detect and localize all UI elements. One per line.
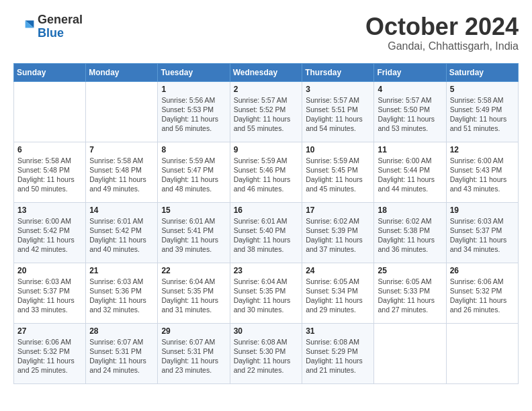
calendar-cell: 22Sunrise: 6:04 AM Sunset: 5:35 PM Dayli… <box>158 263 230 323</box>
day-number: 8 <box>161 145 226 154</box>
day-info: Sunrise: 6:08 AM Sunset: 5:30 PM Dayligh… <box>234 337 299 375</box>
day-info: Sunrise: 6:06 AM Sunset: 5:32 PM Dayligh… <box>17 337 82 375</box>
day-number: 28 <box>89 326 154 336</box>
calendar-cell: 21Sunrise: 6:03 AM Sunset: 5:36 PM Dayli… <box>86 263 158 323</box>
calendar-cell: 29Sunrise: 6:07 AM Sunset: 5:31 PM Dayli… <box>158 323 230 383</box>
day-info: Sunrise: 6:02 AM Sunset: 5:38 PM Dayligh… <box>378 216 442 255</box>
day-number: 6 <box>17 145 82 154</box>
day-info: Sunrise: 6:07 AM Sunset: 5:31 PM Dayligh… <box>89 337 154 375</box>
calendar-table: SundayMondayTuesdayWednesdayThursdayFrid… <box>13 63 519 384</box>
day-info: Sunrise: 5:56 AM Sunset: 5:53 PM Dayligh… <box>161 95 226 134</box>
calendar-cell: 6Sunrise: 5:58 AM Sunset: 5:48 PM Daylig… <box>14 142 86 202</box>
day-number: 3 <box>306 85 370 94</box>
calendar-cell: 31Sunrise: 6:08 AM Sunset: 5:29 PM Dayli… <box>302 323 374 383</box>
calendar-cell: 10Sunrise: 5:59 AM Sunset: 5:45 PM Dayli… <box>302 142 374 202</box>
day-number: 16 <box>234 205 299 215</box>
calendar-cell <box>14 81 86 142</box>
day-number: 22 <box>161 266 226 275</box>
day-info: Sunrise: 6:03 AM Sunset: 5:37 PM Dayligh… <box>17 277 82 315</box>
calendar-subtitle: Gandai, Chhattisgarh, India <box>365 40 519 52</box>
calendar-cell: 19Sunrise: 6:03 AM Sunset: 5:37 PM Dayli… <box>446 202 518 263</box>
calendar-cell: 3Sunrise: 5:57 AM Sunset: 5:51 PM Daylig… <box>302 81 374 142</box>
header-day-monday: Monday <box>86 63 158 81</box>
day-number: 15 <box>161 205 226 215</box>
calendar-cell: 7Sunrise: 5:58 AM Sunset: 5:48 PM Daylig… <box>86 142 158 202</box>
day-info: Sunrise: 5:57 AM Sunset: 5:52 PM Dayligh… <box>234 95 299 134</box>
day-number: 9 <box>234 145 299 154</box>
day-info: Sunrise: 5:58 AM Sunset: 5:48 PM Dayligh… <box>89 156 154 194</box>
day-info: Sunrise: 6:04 AM Sunset: 5:35 PM Dayligh… <box>161 277 226 315</box>
day-info: Sunrise: 5:57 AM Sunset: 5:50 PM Dayligh… <box>378 95 442 134</box>
day-info: Sunrise: 6:08 AM Sunset: 5:29 PM Dayligh… <box>306 337 370 375</box>
calendar-week-row: 20Sunrise: 6:03 AM Sunset: 5:37 PM Dayli… <box>14 263 519 323</box>
day-number: 17 <box>306 205 370 215</box>
calendar-title: October 2024 <box>365 13 519 40</box>
header-day-thursday: Thursday <box>302 63 374 81</box>
calendar-cell: 24Sunrise: 6:05 AM Sunset: 5:34 PM Dayli… <box>302 263 374 323</box>
day-number: 23 <box>234 266 299 275</box>
calendar-cell: 28Sunrise: 6:07 AM Sunset: 5:31 PM Dayli… <box>86 323 158 383</box>
day-number: 27 <box>17 326 82 336</box>
day-info: Sunrise: 6:00 AM Sunset: 5:43 PM Dayligh… <box>450 156 515 194</box>
day-info: Sunrise: 6:04 AM Sunset: 5:35 PM Dayligh… <box>234 277 299 315</box>
day-info: Sunrise: 6:03 AM Sunset: 5:36 PM Dayligh… <box>89 277 154 315</box>
header-day-wednesday: Wednesday <box>230 63 302 81</box>
day-info: Sunrise: 6:01 AM Sunset: 5:40 PM Dayligh… <box>234 216 299 255</box>
day-info: Sunrise: 5:58 AM Sunset: 5:49 PM Dayligh… <box>450 95 515 134</box>
calendar-cell: 15Sunrise: 6:01 AM Sunset: 5:41 PM Dayli… <box>158 202 230 263</box>
calendar-cell: 13Sunrise: 6:00 AM Sunset: 5:42 PM Dayli… <box>14 202 86 263</box>
day-number: 12 <box>450 145 515 154</box>
calendar-cell: 11Sunrise: 6:00 AM Sunset: 5:44 PM Dayli… <box>374 142 446 202</box>
calendar-cell: 23Sunrise: 6:04 AM Sunset: 5:35 PM Dayli… <box>230 263 302 323</box>
day-number: 2 <box>234 85 299 94</box>
day-info: Sunrise: 6:07 AM Sunset: 5:31 PM Dayligh… <box>161 337 226 375</box>
day-number: 7 <box>89 145 154 154</box>
logo-icon <box>13 16 35 38</box>
day-number: 11 <box>378 145 442 154</box>
day-number: 10 <box>306 145 370 154</box>
calendar-cell <box>446 323 518 383</box>
calendar-week-row: 6Sunrise: 5:58 AM Sunset: 5:48 PM Daylig… <box>14 142 519 202</box>
calendar-cell: 26Sunrise: 6:06 AM Sunset: 5:32 PM Dayli… <box>446 263 518 323</box>
header-day-tuesday: Tuesday <box>158 63 230 81</box>
calendar-header-row: SundayMondayTuesdayWednesdayThursdayFrid… <box>14 63 519 81</box>
header-day-saturday: Saturday <box>446 63 518 81</box>
day-info: Sunrise: 6:03 AM Sunset: 5:37 PM Dayligh… <box>450 216 515 255</box>
day-info: Sunrise: 5:59 AM Sunset: 5:45 PM Dayligh… <box>306 156 370 194</box>
day-info: Sunrise: 5:59 AM Sunset: 5:46 PM Dayligh… <box>234 156 299 194</box>
day-info: Sunrise: 5:58 AM Sunset: 5:48 PM Dayligh… <box>17 156 82 194</box>
header-day-friday: Friday <box>374 63 446 81</box>
day-number: 5 <box>450 85 515 94</box>
day-info: Sunrise: 5:59 AM Sunset: 5:47 PM Dayligh… <box>161 156 226 194</box>
calendar-cell <box>86 81 158 142</box>
day-info: Sunrise: 6:00 AM Sunset: 5:42 PM Dayligh… <box>17 216 82 255</box>
calendar-week-row: 13Sunrise: 6:00 AM Sunset: 5:42 PM Dayli… <box>14 202 519 263</box>
logo: General Blue <box>13 13 83 40</box>
day-info: Sunrise: 6:05 AM Sunset: 5:34 PM Dayligh… <box>306 277 370 315</box>
page-header: General Blue October 2024 Gandai, Chhatt… <box>13 13 519 52</box>
day-number: 1 <box>161 85 226 94</box>
calendar-cell: 18Sunrise: 6:02 AM Sunset: 5:38 PM Dayli… <box>374 202 446 263</box>
calendar-cell <box>374 323 446 383</box>
calendar-cell: 20Sunrise: 6:03 AM Sunset: 5:37 PM Dayli… <box>14 263 86 323</box>
title-block: October 2024 Gandai, Chhattisgarh, India <box>365 13 519 52</box>
calendar-cell: 1Sunrise: 5:56 AM Sunset: 5:53 PM Daylig… <box>158 81 230 142</box>
day-number: 19 <box>450 205 515 215</box>
day-number: 30 <box>234 326 299 336</box>
day-number: 20 <box>17 266 82 275</box>
calendar-week-row: 1Sunrise: 5:56 AM Sunset: 5:53 PM Daylig… <box>14 81 519 142</box>
day-number: 21 <box>89 266 154 275</box>
day-info: Sunrise: 6:01 AM Sunset: 5:41 PM Dayligh… <box>161 216 226 255</box>
calendar-cell: 16Sunrise: 6:01 AM Sunset: 5:40 PM Dayli… <box>230 202 302 263</box>
day-number: 31 <box>306 326 370 336</box>
day-number: 24 <box>306 266 370 275</box>
day-info: Sunrise: 6:06 AM Sunset: 5:32 PM Dayligh… <box>450 277 515 315</box>
calendar-cell: 12Sunrise: 6:00 AM Sunset: 5:43 PM Dayli… <box>446 142 518 202</box>
day-info: Sunrise: 6:01 AM Sunset: 5:42 PM Dayligh… <box>89 216 154 255</box>
day-number: 18 <box>378 205 442 215</box>
header-day-sunday: Sunday <box>14 63 86 81</box>
day-number: 26 <box>450 266 515 275</box>
day-info: Sunrise: 6:05 AM Sunset: 5:33 PM Dayligh… <box>378 277 442 315</box>
day-info: Sunrise: 6:02 AM Sunset: 5:39 PM Dayligh… <box>306 216 370 255</box>
day-number: 4 <box>378 85 442 94</box>
